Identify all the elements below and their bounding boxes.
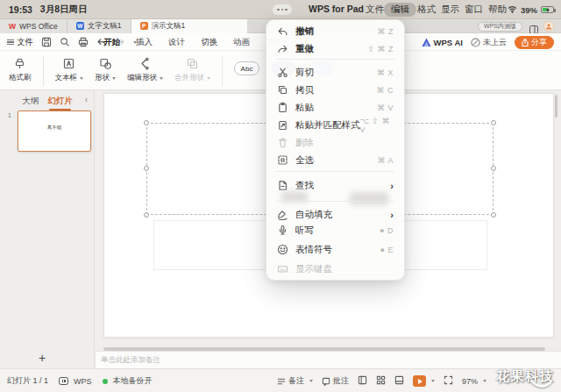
normal-view-icon[interactable] — [358, 375, 367, 387]
presentation-doc-icon: P — [140, 22, 148, 30]
tab-design[interactable]: 设计 — [168, 37, 185, 48]
resize-handle-nw[interactable] — [144, 120, 149, 125]
notes-icon — [277, 377, 286, 386]
select-all-icon — [277, 154, 288, 166]
edit-menu-dropdown: 撤销 ⌘ Z 重做 ⇧ ⌘ Z 剪切 ⌘ X 拷贝 ⌘ C 粘贴 ⌘ V 粘贴并… — [266, 19, 405, 281]
slide-thumbnail[interactable]: 真不错 — [18, 110, 91, 152]
notes-placeholder: 单击此处添加备注 — [101, 355, 160, 366]
cut-icon — [277, 67, 288, 78]
tab-home[interactable]: 开始 — [103, 37, 120, 48]
menu-divider — [276, 59, 394, 60]
menu-edit[interactable]: 编辑 — [384, 3, 416, 17]
menu-file[interactable]: 文件 — [366, 4, 384, 16]
text-box-icon — [62, 57, 75, 70]
menu-view[interactable]: 显示 — [441, 4, 459, 16]
find-icon — [277, 180, 288, 191]
play-icon — [413, 375, 426, 387]
menu-item-paste-match-style[interactable]: 粘贴并匹配样式 ⌥ ⇧ ⌘ V — [266, 117, 404, 133]
thumbnail-text: 真不错 — [47, 125, 62, 131]
comments-toggle[interactable]: 批注 — [322, 375, 349, 387]
watermark-swoosh — [529, 378, 552, 389]
beta-badge: WPS内测版 — [478, 22, 522, 32]
menu-item-autofill[interactable]: 自动填充 › — [266, 206, 404, 223]
tab-wps-office[interactable]: W WPS Office — [0, 19, 67, 33]
avatar[interactable] — [543, 21, 554, 32]
tab-slides[interactable]: 幻灯片 — [47, 96, 73, 107]
wifi-icon — [508, 5, 517, 15]
clock: 19:53 — [9, 4, 32, 15]
resize-handle-w[interactable] — [144, 166, 149, 171]
save-icon[interactable] — [41, 37, 52, 47]
tab-writer-doc[interactable]: W 文字文稿1 — [67, 19, 131, 33]
play-slideshow-button[interactable] — [413, 375, 435, 387]
grid-view-icon[interactable] — [376, 375, 386, 387]
paste-icon — [277, 102, 288, 113]
local-backup-status[interactable]: 本地备份开 — [103, 375, 153, 387]
reading-view-icon[interactable] — [394, 375, 404, 387]
menu-item-copy[interactable]: 拷贝 ⌘ C — [266, 82, 404, 98]
fit-screen-icon[interactable] — [444, 375, 453, 387]
menu-divider — [276, 201, 394, 202]
notes-toggle[interactable]: 备注 — [277, 375, 313, 387]
format-painter-button[interactable]: 格式刷 — [9, 54, 32, 83]
menu-item-cut[interactable]: 剪切 ⌘ X — [266, 64, 404, 81]
battery-icon — [541, 6, 554, 13]
ribbon-tab-strip: 开始 插入 设计 切换 动画 放映 — [103, 33, 282, 51]
collapse-panel-icon[interactable]: ‹ — [85, 95, 88, 104]
menu-item-paste[interactable]: 粘贴 ⌘ V — [266, 99, 404, 116]
menu-help[interactable]: 帮助 — [488, 4, 507, 16]
blurred-content — [350, 192, 388, 205]
tab-presentation-doc[interactable]: P 演示文稿1 — [131, 19, 247, 33]
wps-logo-icon: W — [9, 22, 16, 31]
print-icon[interactable] — [78, 37, 89, 47]
shapes-icon — [99, 57, 112, 70]
tab-insert[interactable]: 插入 — [136, 37, 153, 48]
not-synced-icon — [471, 38, 480, 47]
text-box-button[interactable]: 文本框 — [55, 54, 84, 83]
tab-animation[interactable]: 动画 — [233, 37, 250, 48]
copy-icon — [277, 84, 288, 96]
menu-item-redo[interactable]: 重做 ⇧ ⌘ Z — [266, 40, 404, 57]
comment-icon — [322, 377, 330, 386]
resize-handle-sw[interactable] — [144, 212, 149, 217]
resize-handle-ne[interactable] — [491, 120, 496, 125]
notes-bar[interactable]: 单击此处添加备注 — [95, 351, 561, 368]
merge-shape-icon — [186, 57, 199, 70]
resize-handle-se[interactable] — [491, 212, 496, 217]
wps-assistant-button[interactable]: WPS — [59, 377, 92, 386]
menu-item-dictation[interactable]: 听写 ● D — [266, 222, 404, 239]
file-menu-button[interactable]: 文件 — [7, 37, 33, 48]
resize-handle-e[interactable] — [491, 166, 496, 171]
zoom-level[interactable]: 97% — [462, 377, 486, 386]
app-title: WPS for Pad — [309, 4, 364, 14]
menu-item-select-all[interactable]: 全选 ⌘ A — [266, 152, 404, 168]
microphone-icon — [277, 225, 288, 236]
status-bar: 幻灯片 1 / 1 WPS 本地备份开 备注 批注 97% — [0, 368, 561, 392]
add-slide-button[interactable]: + — [39, 351, 46, 365]
menu-window[interactable]: 窗口 — [465, 4, 483, 16]
wps-mascot-icon — [59, 377, 68, 385]
text-style-plain-button[interactable]: Abc — [234, 61, 259, 75]
menu-item-undo[interactable]: 撤销 ⌘ Z — [266, 23, 404, 39]
merge-shape-button: 合并形状 — [174, 54, 210, 83]
paste-match-style-icon — [277, 119, 288, 131]
shapes-button[interactable]: 形状 — [95, 54, 116, 83]
multitask-dots-icon[interactable] — [273, 4, 292, 15]
menu-format[interactable]: 格式 — [417, 4, 436, 16]
share-button[interactable]: 分享 — [515, 36, 554, 49]
tab-outline[interactable]: 大纲 — [22, 96, 39, 107]
menu-item-emoji[interactable]: 表情符号 ● E — [266, 241, 404, 258]
search-icon[interactable] — [60, 37, 70, 47]
slide-number: 1 — [8, 112, 11, 118]
delete-icon — [277, 137, 288, 148]
wps-ai-button[interactable]: WPS AI — [422, 38, 463, 47]
battery-percent: 39% — [521, 5, 537, 15]
vertical-scrollbar[interactable] — [555, 95, 557, 118]
edit-shape-button[interactable]: 编辑形状 — [127, 54, 163, 83]
tab-transition[interactable]: 切换 — [201, 37, 217, 48]
menu-divider — [276, 171, 394, 172]
wps-for-pad-window: 19:53 3月8日周日 WPS for Pad 文件 编辑 格式 显示 窗口 … — [0, 0, 561, 392]
format-painter-icon — [13, 57, 26, 70]
system-menu-bar: 19:53 3月8日周日 WPS for Pad 文件 编辑 格式 显示 窗口 … — [0, 0, 561, 19]
cloud-status[interactable]: 未上云 — [471, 37, 507, 48]
